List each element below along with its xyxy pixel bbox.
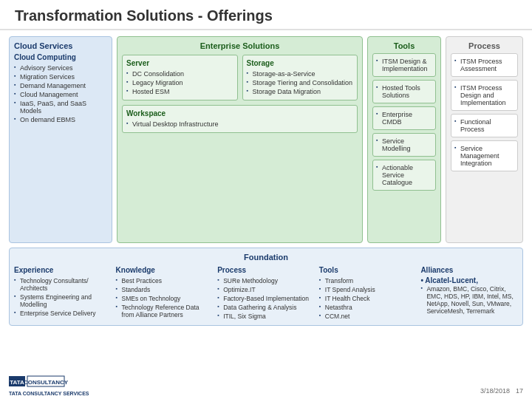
list-item: Enterprise Service Delivery xyxy=(14,309,112,318)
list-item: Migration Services xyxy=(14,72,107,81)
top-section: Cloud Services Cloud Computing Advisory … xyxy=(9,36,523,243)
process-item-2: ITSM Process Design and Implementation xyxy=(451,80,518,111)
server-box: Server DC Consolidation Legacy Migration… xyxy=(122,55,238,100)
process-item-4: Service Management Integration xyxy=(451,140,518,171)
cloud-services-box: Cloud Services Cloud Computing Advisory … xyxy=(9,36,112,243)
page-title: Transformation Solutions - Offerings xyxy=(15,7,273,24)
list-item: IT Health Check xyxy=(319,294,417,303)
process-list-4: Service Management Integration xyxy=(454,144,514,168)
foundation-tools-list: Transform IT Spend Analysis IT Health Ch… xyxy=(319,276,417,321)
tools-box: Tools ITSM Design & Implementation Hoste… xyxy=(367,36,441,243)
list-item: Storage Tiering and Consolidation xyxy=(247,78,354,87)
list-item: ITSM Process Design and Implementation xyxy=(454,83,514,107)
footer-page: 17 xyxy=(516,387,523,395)
storage-title: Storage xyxy=(247,59,354,67)
svg-text:TATA: TATA xyxy=(10,379,24,386)
actionable-list: Actionable Service Catalogue xyxy=(376,163,432,187)
list-item: Netasthra xyxy=(319,303,417,312)
list-item: SURe Methodology xyxy=(217,276,315,285)
storage-box: Storage Storage-as-a-Service Storage Tie… xyxy=(242,55,358,100)
process-item-3: Functional Process xyxy=(451,114,518,137)
foundation-tools-title: Tools xyxy=(319,266,417,274)
list-item: IT Spend Analysis xyxy=(319,285,417,294)
tcs-logo-svg: TATA CONSULTANCY xyxy=(9,373,68,389)
list-item: Cloud Management xyxy=(14,90,107,99)
cloud-computing-title: Cloud Computing xyxy=(14,53,107,61)
list-item: Storage Data Migration xyxy=(247,87,354,96)
alliances-list: Amazon, BMC, Cisco, Citrix, EMC, HDS, HP… xyxy=(420,284,518,316)
list-item: Factory-Based Implementation xyxy=(217,294,315,303)
list-item: CCM.net xyxy=(319,312,417,321)
foundation-col-process: Process SURe Methodology Optimize.IT Fac… xyxy=(217,266,315,321)
service-modelling-list: Service Modelling xyxy=(376,137,432,153)
list-item: Virtual Desktop Infrastructure xyxy=(126,120,353,129)
footer-date: 3/18/2018 xyxy=(480,387,510,395)
process-list-3: Functional Process xyxy=(454,117,514,134)
list-item: ITSM Design & Implementation xyxy=(376,57,432,73)
list-item: Functional Process xyxy=(454,117,514,134)
enterprise-cmdb-block: Enterprise CMDB xyxy=(372,106,436,130)
list-item: Hosted Tools Solutions xyxy=(376,83,432,100)
foundation-col-alliances: Alliances • Alcatel-Lucent, Amazon, BMC,… xyxy=(420,266,518,321)
tcs-services-label: TATA CONSULTANCY SERVICES xyxy=(9,391,89,396)
main-content: Cloud Services Cloud Computing Advisory … xyxy=(0,30,532,332)
workspace-list: Virtual Desktop Infrastructure xyxy=(126,120,353,129)
server-title: Server xyxy=(126,59,233,67)
slide: Transformation Solutions - Offerings Clo… xyxy=(0,0,532,399)
itsm-block: ITSM Design & Implementation xyxy=(372,53,436,77)
list-item: Technology Reference Data from Alliance … xyxy=(116,303,214,319)
list-item: Demand Management xyxy=(14,81,107,90)
list-item: Enterprise CMDB xyxy=(376,110,432,126)
list-item: SMEs on Technology xyxy=(116,294,214,303)
knowledge-list: Best Practices Standards SMEs on Technol… xyxy=(116,276,214,319)
list-item: Transform xyxy=(319,276,417,285)
workspace-box: Workspace Virtual Desktop Infrastructure xyxy=(122,105,358,133)
svg-text:CONSULTANCY: CONSULTANCY xyxy=(24,379,68,386)
foundation-process-list: SURe Methodology Optimize.IT Factory-Bas… xyxy=(217,276,315,321)
foundation-col-tools: Tools Transform IT Spend Analysis IT Hea… xyxy=(319,266,417,321)
cloud-services-title: Cloud Services xyxy=(14,41,107,50)
hosted-tools-block: Hosted Tools Solutions xyxy=(372,80,436,103)
server-storage-row: Server DC Consolidation Legacy Migration… xyxy=(122,55,358,100)
enterprise-solutions-box: Enterprise Solutions Server DC Consolida… xyxy=(117,36,363,243)
server-list: DC Consolidation Legacy Migration Hosted… xyxy=(126,69,233,96)
storage-list: Storage-as-a-Service Storage Tiering and… xyxy=(247,69,354,96)
foundation-col-experience: Experience Technology Consultants/ Archi… xyxy=(14,266,112,321)
alcatel-lucent: • Alcatel-Lucent, xyxy=(420,276,518,284)
list-item: ITIL, Six Sigma xyxy=(217,312,315,321)
foundation-process-title: Process xyxy=(217,266,315,274)
enterprise-cmdb-list: Enterprise CMDB xyxy=(376,110,432,126)
list-item: Data Gathering & Analysis xyxy=(217,303,315,312)
list-item: Hosted ESM xyxy=(126,87,233,96)
list-item: Technology Consultants/ Architects xyxy=(14,276,112,293)
footer: 3/18/2018 17 xyxy=(480,387,523,395)
process-item-1: ITSM Process Assessment xyxy=(451,53,518,77)
tcs-logo-area: TATA CONSULTANCY TATA CONSULTANCY SERVIC… xyxy=(9,373,89,396)
alliances-title: Alliances xyxy=(420,266,518,274)
list-item: Systems Engineering and Modelling xyxy=(14,293,112,309)
hosted-tools-list: Hosted Tools Solutions xyxy=(376,83,432,100)
enterprise-solutions-title: Enterprise Solutions xyxy=(122,41,358,50)
list-item: ITSM Process Assessment xyxy=(454,57,514,73)
process-box: Process ITSM Process Assessment ITSM Pro… xyxy=(446,36,523,243)
list-item: Legacy Migration xyxy=(126,78,233,87)
actionable-block: Actionable Service Catalogue xyxy=(372,160,436,191)
list-item: Service Management Integration xyxy=(454,144,514,168)
list-item: Storage-as-a-Service xyxy=(247,69,354,78)
list-item: On demand EBMS xyxy=(14,115,107,124)
list-item: Best Practices xyxy=(116,276,214,285)
process-list-1: ITSM Process Assessment xyxy=(454,57,514,73)
experience-list: Technology Consultants/ Architects Syste… xyxy=(14,276,112,318)
list-item: Optimize.IT xyxy=(217,285,315,294)
list-item: Standards xyxy=(116,285,214,294)
header: Transformation Solutions - Offerings xyxy=(0,0,532,30)
experience-title: Experience xyxy=(14,266,112,274)
list-item: Advisory Services xyxy=(14,64,107,72)
process-title: Process xyxy=(451,41,518,50)
list-item: DC Consolidation xyxy=(126,69,233,78)
foundation-section: Foundation Experience Technology Consult… xyxy=(9,248,523,326)
foundation-columns: Experience Technology Consultants/ Archi… xyxy=(14,266,518,321)
list-item: Amazon, BMC, Cisco, Citrix, EMC, HDS, HP… xyxy=(420,284,518,316)
process-list-2: ITSM Process Design and Implementation xyxy=(454,83,514,107)
workspace-title: Workspace xyxy=(126,109,353,117)
